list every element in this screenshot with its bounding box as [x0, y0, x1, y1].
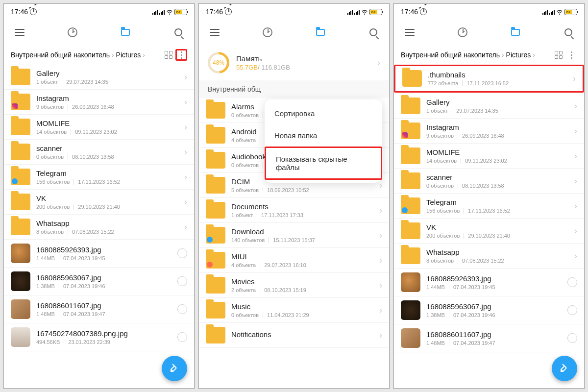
- top-toolbar: [199, 20, 389, 45]
- folder-icon: [11, 69, 30, 85]
- chevron-right-icon: ›: [574, 226, 577, 236]
- top-toolbar: [394, 20, 584, 45]
- time: 17:46: [206, 8, 223, 16]
- clean-fab[interactable]: [162, 356, 187, 381]
- folder-row[interactable]: Instagram9 объектов26.09.2023 16:48›: [394, 119, 584, 144]
- folder-icon: [206, 127, 225, 144]
- folder-icon: [401, 98, 420, 114]
- folder-name: Gallery: [426, 98, 568, 106]
- more-options-button[interactable]: [175, 49, 187, 61]
- time: 17:46: [401, 8, 418, 16]
- view-grid-button[interactable]: [165, 51, 172, 59]
- menu-button[interactable]: [401, 24, 418, 41]
- folder-icon: [401, 172, 420, 189]
- folder-row[interactable]: Telegram156 объектов17.11.2023 16:52›: [4, 165, 194, 190]
- folder-row[interactable]: Gallery1 объект29.07.2023 14:35›: [4, 65, 194, 90]
- folder-icon: [206, 302, 225, 318]
- folder-icon: [11, 119, 30, 135]
- folder-name: Instagram: [36, 94, 178, 102]
- more-options-button[interactable]: [565, 49, 577, 61]
- recent-tab[interactable]: [64, 24, 81, 41]
- menu-button[interactable]: [11, 24, 28, 41]
- folder-icon: [206, 152, 225, 169]
- folder-row[interactable]: Movies2 объекта08.10.2023 15:19›: [199, 273, 389, 298]
- folder-row[interactable]: Gallery1 объект29.07.2023 14:35›: [394, 94, 584, 119]
- file-list: Gallery1 объект29.07.2023 14:35›Instagra…: [394, 94, 584, 352]
- menu-new-folder[interactable]: Новая папка: [265, 124, 382, 147]
- clean-fab[interactable]: [552, 356, 577, 381]
- menu-button[interactable]: [206, 24, 223, 41]
- file-row[interactable]: 1680886011607.jpg1.48MB07.04.2023 19:47: [394, 324, 584, 352]
- folder-row[interactable]: Documents1 объект17.11.2023 17:33›: [199, 198, 389, 223]
- crumb-root[interactable]: Внутренний общий накопитель: [401, 51, 500, 59]
- chevron-right-icon: ›: [574, 101, 577, 111]
- menu-show-hidden[interactable]: Показывать скрытые файлы: [265, 147, 382, 180]
- folder-name: Telegram: [426, 198, 568, 206]
- folder-row[interactable]: scanner0 объектов08.10.2023 13:58›: [394, 169, 584, 194]
- file-row[interactable]: 1680885926393.jpg1.44MB07.04.2023 19:45: [4, 240, 194, 268]
- select-circle[interactable]: [567, 277, 577, 287]
- folder-row[interactable]: .thumbnails772 объекта17.11.2023 16:52 ›: [395, 66, 583, 91]
- folder-row[interactable]: MOMLIFE14 объектов09.11.2023 23:02›: [394, 144, 584, 169]
- search-button[interactable]: [170, 24, 187, 41]
- folder-row[interactable]: Notifications›: [199, 323, 389, 348]
- file-thumbnail: [11, 299, 30, 319]
- folder-row[interactable]: MIUI4 объекта29.07.2023 16:10›: [199, 248, 389, 273]
- menu-sort[interactable]: Сортировка: [265, 102, 382, 124]
- folder-row[interactable]: Whatsapp8 объектов07.08.2023 15:22›: [394, 244, 584, 269]
- folders-tab[interactable]: [312, 24, 329, 41]
- folders-tab[interactable]: [117, 24, 134, 41]
- file-row[interactable]: 1680885926393.jpg1.44MB07.04.2023 19:45: [394, 269, 584, 296]
- search-button[interactable]: [365, 24, 382, 41]
- search-button[interactable]: [560, 24, 577, 41]
- recent-tab[interactable]: [259, 24, 276, 41]
- select-circle[interactable]: [177, 332, 187, 342]
- folder-name: Gallery: [36, 69, 178, 77]
- time: 17:46: [11, 8, 28, 16]
- view-grid-button[interactable]: [555, 51, 563, 59]
- file-row[interactable]: 1680885963067.jpg1.38MB07.04.2023 19:46: [394, 296, 584, 324]
- highlighted-thumbnails-row: .thumbnails772 объекта17.11.2023 16:52 ›: [394, 65, 584, 93]
- file-name: 1680885963067.jpg: [36, 273, 172, 282]
- chevron-right-icon: ›: [379, 255, 382, 266]
- folder-row[interactable]: VK200 объектов29.10.2023 21:40›: [394, 219, 584, 244]
- folder-row[interactable]: Music0 объектов11.04.2023 21:29›: [199, 298, 389, 323]
- folder-row[interactable]: Whatsapp8 объектов07.08.2023 15:22›: [4, 215, 194, 240]
- breadcrumb: Внутренний общий накопитель›Pictures›: [394, 45, 584, 65]
- chevron-right-icon: ›: [574, 126, 577, 136]
- select-circle[interactable]: [177, 276, 187, 286]
- folder-icon: [11, 94, 30, 110]
- file-row[interactable]: 1674502748007389.png.jpg494.56KB23.01.20…: [4, 323, 194, 351]
- crumb-pictures[interactable]: Pictures: [116, 51, 141, 59]
- chevron-right-icon: ›: [184, 122, 187, 132]
- file-row[interactable]: 1680885963067.jpg1.38MB07.04.2023 19:46: [4, 268, 194, 295]
- file-thumbnail: [11, 244, 30, 263]
- storage-card[interactable]: 48% Память55.7GB/ 116.81GB ›: [199, 45, 389, 80]
- folders-tab[interactable]: [507, 24, 524, 41]
- recent-tab[interactable]: [454, 24, 471, 41]
- chevron-right-icon: ›: [574, 201, 577, 211]
- file-name: 1680885963067.jpg: [426, 302, 562, 311]
- folder-name: Instagram: [426, 123, 568, 131]
- file-row[interactable]: 1680886011607.jpg1.48MB07.04.2023 19:47: [4, 295, 194, 323]
- select-circle[interactable]: [567, 333, 577, 343]
- select-circle[interactable]: [177, 248, 187, 258]
- select-circle[interactable]: [177, 304, 187, 314]
- folder-row[interactable]: Download140 объектов15.11.2023 15:37›: [199, 223, 389, 248]
- folder-row[interactable]: Instagram9 объектов26.09.2023 16:48›: [4, 90, 194, 115]
- file-thumbnail: [401, 272, 420, 292]
- folder-name: Documents: [231, 202, 373, 211]
- select-circle[interactable]: [567, 305, 577, 315]
- folder-row[interactable]: Telegram156 объектов17.11.2023 16:52›: [394, 194, 584, 219]
- crumb-root[interactable]: Внутренний общий накопитель: [11, 51, 110, 59]
- folder-icon: [402, 70, 422, 87]
- folder-row[interactable]: VK200 объектов29.10.2023 21:40›: [4, 190, 194, 215]
- folder-row[interactable]: MOMLIFE14 объектов09.11.2023 23:02›: [4, 115, 194, 140]
- folder-name: Whatsapp: [426, 248, 568, 256]
- crumb-pictures[interactable]: Pictures: [506, 51, 531, 59]
- chevron-right-icon: ›: [379, 330, 382, 341]
- folder-row[interactable]: scanner0 объектов08.10.2023 13:58›: [4, 140, 194, 165]
- chevron-right-icon: ›: [379, 305, 382, 316]
- chevron-right-icon: ›: [379, 230, 382, 241]
- folder-name: Notifications: [231, 330, 373, 339]
